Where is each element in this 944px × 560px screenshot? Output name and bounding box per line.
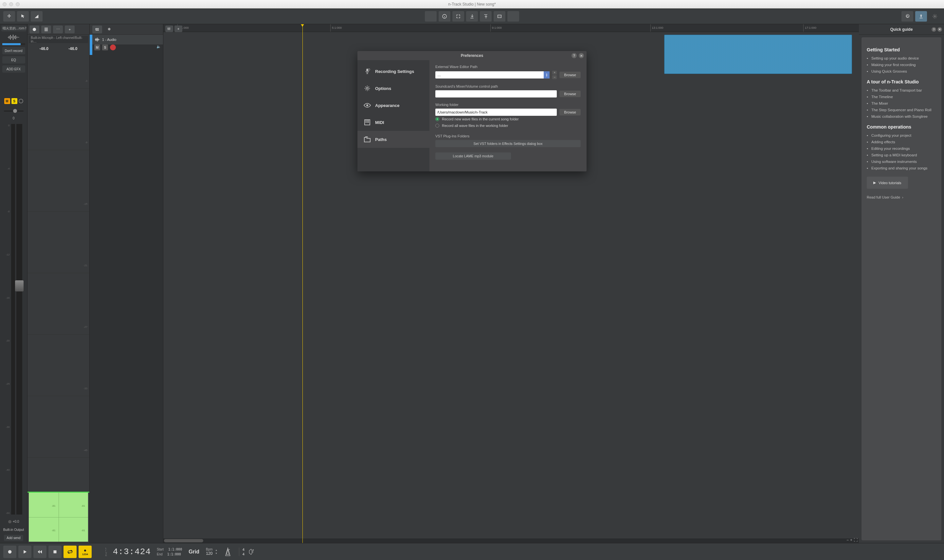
- start-value[interactable]: 1:1:000: [168, 548, 182, 551]
- video-tutorials-button[interactable]: ▶ Video tutorials: [867, 177, 908, 189]
- output-route[interactable]: Built-in Output: [2, 527, 25, 533]
- horizontal-scrollbar[interactable]: [164, 538, 859, 543]
- track-menu-button[interactable]: [92, 26, 102, 33]
- read-user-guide-link[interactable]: Read full User Guide ›: [867, 195, 936, 199]
- info-button[interactable]: [439, 11, 450, 22]
- guide-link[interactable]: Editing your recordings: [867, 145, 936, 152]
- rewind-button[interactable]: [33, 546, 46, 558]
- mute-button[interactable]: M: [4, 98, 10, 104]
- share-button[interactable]: [915, 11, 927, 22]
- track-settings-button[interactable]: ✻: [104, 26, 114, 33]
- timesig-denominator[interactable]: 4: [242, 552, 245, 556]
- download-button[interactable]: [466, 11, 478, 22]
- soundcard-browse-button[interactable]: Browse: [559, 91, 581, 97]
- upload-button[interactable]: [480, 11, 492, 22]
- dialog-help-icon[interactable]: ?: [572, 53, 577, 58]
- traffic-lights[interactable]: [3, 2, 20, 6]
- record-in-working-folder-radio[interactable]: Record all wave files in the working fol…: [435, 122, 581, 129]
- zoom-fit-button[interactable]: ⛶: [854, 538, 858, 542]
- zoom-out-button[interactable]: −: [847, 538, 849, 542]
- track-solo-button[interactable]: S: [102, 45, 108, 50]
- input-source[interactable]: Built-in Microph - Left channel/Built-in…: [29, 36, 88, 43]
- dialog-close-icon[interactable]: ✕: [579, 53, 584, 58]
- metronome-button[interactable]: [223, 546, 232, 558]
- guide-link[interactable]: Exporting and sharing your songs: [867, 165, 936, 171]
- move-tool-button[interactable]: [3, 11, 15, 22]
- record-button[interactable]: [3, 546, 16, 558]
- grid-mode-button[interactable]: Grid: [188, 549, 199, 555]
- guide-link[interactable]: Setting up your audio device: [867, 55, 936, 62]
- guide-close-icon[interactable]: ✕: [938, 27, 942, 32]
- ext-wave-combo[interactable]: …▲▼: [435, 71, 549, 78]
- counter-mode-button[interactable]: ● 1234: [79, 546, 92, 558]
- fullscreen-button[interactable]: [452, 11, 464, 22]
- record-in-song-folder-radio[interactable]: Record new wave files in the current son…: [435, 116, 581, 122]
- guide-link[interactable]: Music collaboration with Songtree: [867, 113, 936, 120]
- guide-link[interactable]: The Toolbar and Transport bar: [867, 87, 936, 94]
- track-mute-button[interactable]: M: [94, 45, 100, 50]
- gain-link-icon[interactable]: [8, 520, 11, 523]
- master-volume-button[interactable]: [247, 547, 256, 556]
- mixer-button[interactable]: [425, 11, 437, 22]
- eq-button[interactable]: EQ: [2, 56, 25, 63]
- prefs-tab-paths[interactable]: Paths: [358, 131, 429, 148]
- track-name[interactable]: 1 - Audio: [102, 38, 116, 42]
- bpm-up-button[interactable]: ▲: [214, 549, 219, 552]
- record-indicator-button[interactable]: [29, 26, 39, 33]
- guide-link[interactable]: Configuring your project: [867, 132, 936, 139]
- bpm-down-button[interactable]: ▼: [214, 552, 219, 555]
- ext-wave-browse-button[interactable]: Browse: [559, 72, 581, 78]
- add-send-button[interactable]: Add send: [4, 535, 23, 541]
- playhead-marker-icon[interactable]: [301, 24, 304, 27]
- set-vst-folders-button[interactable]: Set VST folders in Effects Settings dial…: [435, 140, 581, 147]
- soundcard-path-input[interactable]: [435, 90, 557, 97]
- ext-wave-remove-button[interactable]: −: [552, 75, 557, 79]
- working-folder-browse-button[interactable]: Browse: [559, 109, 581, 115]
- time-ruler[interactable]: 1:1:000 5:1:000 9:1:000 13:1:000 17:1:00…: [164, 24, 859, 32]
- guide-link[interactable]: The Step Sequencer and Piano Roll: [867, 107, 936, 113]
- guide-link[interactable]: Setting up a MIDI keyboard: [867, 152, 936, 158]
- list-view-button[interactable]: [41, 26, 51, 33]
- minimize-window-icon[interactable]: [9, 2, 13, 6]
- close-window-icon[interactable]: [3, 2, 6, 6]
- stop-button[interactable]: [48, 546, 62, 558]
- fade-tool-button[interactable]: [31, 11, 43, 22]
- ext-wave-add-button[interactable]: +: [552, 71, 557, 75]
- timeline-add-button[interactable]: +: [174, 26, 182, 32]
- guide-link[interactable]: Using software instruments: [867, 158, 936, 165]
- tuning-button[interactable]: [507, 11, 519, 22]
- guide-link[interactable]: The Timeline: [867, 94, 936, 100]
- play-button[interactable]: [19, 546, 31, 558]
- pan-slider[interactable]: [4, 108, 23, 114]
- guide-link[interactable]: Adding effects: [867, 139, 936, 145]
- end-value[interactable]: 1:1:000: [167, 552, 181, 556]
- add-track-button[interactable]: +: [65, 26, 75, 33]
- prefs-tab-options[interactable]: Options: [358, 80, 429, 97]
- track-record-button[interactable]: [110, 45, 116, 50]
- more-button[interactable]: ⋯: [53, 26, 63, 33]
- locate-lame-button[interactable]: Locate LAME mp3 module: [435, 152, 511, 160]
- working-folder-input[interactable]: [435, 109, 557, 116]
- prefs-tab-midi[interactable]: MIDI: [358, 114, 429, 131]
- timesig-numerator[interactable]: 4: [242, 548, 245, 551]
- guide-help-icon[interactable]: ?: [932, 27, 936, 32]
- playhead[interactable]: [302, 24, 303, 543]
- cursor-tool-button[interactable]: [17, 11, 29, 22]
- guide-link[interactable]: Making your first recording: [867, 62, 936, 68]
- fader-handle[interactable]: [15, 280, 23, 291]
- loop-button[interactable]: [63, 546, 77, 558]
- channel-fader[interactable]: 0-4-8-12-16-20-25-30-40-60: [4, 122, 23, 517]
- timeline-settings-button[interactable]: [165, 26, 173, 32]
- record-arm-button[interactable]: [19, 99, 23, 103]
- track-speaker-icon[interactable]: 🔈: [156, 45, 161, 50]
- record-mode-button[interactable]: Don't record: [2, 47, 25, 54]
- global-gear-button[interactable]: [929, 11, 941, 22]
- guide-link[interactable]: The Mixer: [867, 100, 936, 107]
- guide-link[interactable]: Using Quick Grooves: [867, 68, 936, 75]
- time-display[interactable]: 4:3:424: [113, 547, 151, 557]
- mididev-button[interactable]: [494, 11, 505, 22]
- zoom-window-icon[interactable]: [16, 2, 20, 6]
- bpm-value[interactable]: 120: [206, 551, 213, 556]
- audio-clip[interactable]: [664, 35, 852, 74]
- prefs-tab-appearance[interactable]: Appearance: [358, 97, 429, 114]
